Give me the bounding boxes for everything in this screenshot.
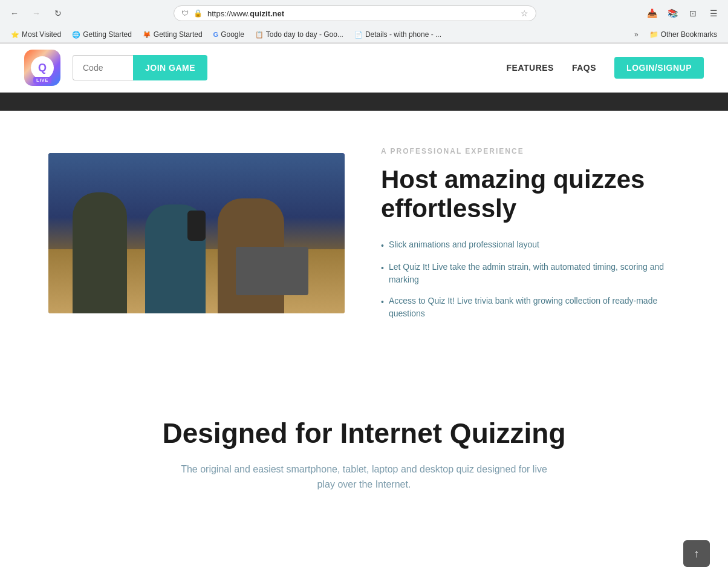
folder-icon: 📁: [649, 30, 658, 39]
logo-wrap[interactable]: Q LIVE: [24, 50, 60, 86]
phone-prop: [187, 211, 206, 241]
bookmark-getting-started-1[interactable]: 🌐 Getting Started: [67, 28, 137, 41]
hero-bullet-2: • Let Quiz It! Live take the admin strai…: [381, 261, 680, 286]
login-signup-button[interactable]: LOGIN/SIGNUP: [614, 57, 704, 79]
hero-title: Host amazing quizzes effortlessly: [381, 165, 680, 224]
logo: Q LIVE: [24, 50, 60, 86]
google-icon: G: [213, 31, 219, 38]
logo-q-text: Q: [38, 62, 47, 74]
hero-image: [48, 153, 345, 313]
bookmark-most-visited[interactable]: ⭐ Most Visited: [6, 28, 66, 41]
bookmark-label: Google: [221, 30, 244, 39]
hero-bullet-3-text: Access to Quiz It! Live trivia bank with…: [389, 295, 680, 320]
url-text: https://www.quizit.net: [207, 9, 516, 18]
reader-view-icon[interactable]: ⊡: [684, 5, 701, 22]
bullet-dot: •: [381, 262, 384, 275]
browser-toolbar: ← → ↻ 🛡 🔒 https://www.quizit.net ☆ 📥 📚 ⊡…: [0, 0, 728, 27]
bullet-dot: •: [381, 240, 384, 252]
bookmark-google[interactable]: G Google: [209, 28, 249, 41]
bookmark-details[interactable]: 📄 Details - with phone - ...: [349, 28, 446, 41]
browser-chrome: ← → ↻ 🛡 🔒 https://www.quizit.net ☆ 📥 📚 ⊡…: [0, 0, 728, 44]
hero-bullet-1: • Slick animations and professional layo…: [381, 238, 680, 252]
bookmark-getting-started-2[interactable]: 🦊 Getting Started: [138, 28, 207, 41]
pocket-icon[interactable]: 📥: [643, 5, 660, 22]
hero-subtitle: A PROFESSIONAL EXPERIENCE: [381, 147, 680, 155]
more-label: »: [634, 30, 639, 39]
join-game-button[interactable]: JOIN GAME: [133, 55, 207, 80]
bookmark-todo[interactable]: 📋 Todo day to day - Goo...: [250, 28, 348, 41]
more-bookmarks-button[interactable]: »: [629, 28, 643, 41]
hero-bullets: • Slick animations and professional layo…: [381, 238, 680, 320]
section2-description: The original and easiest smartphone, tab…: [177, 462, 551, 492]
hero-photo: [48, 153, 345, 313]
bullet-dot: •: [381, 296, 384, 309]
hero-bullet-1-text: Slick animations and professional layout: [389, 238, 539, 251]
other-bookmarks-label: Other Bookmarks: [661, 30, 717, 39]
back-button[interactable]: ←: [6, 5, 23, 22]
lock-icon: 🔒: [193, 9, 203, 18]
code-input[interactable]: [73, 55, 133, 80]
hero-bullet-3: • Access to Quiz It! Live trivia bank wi…: [381, 295, 680, 320]
bookmark-label: Todo day to day - Goo...: [266, 30, 343, 39]
website: Q LIVE JOIN GAME FEATURES FAQS LOGIN/SIG…: [0, 44, 728, 529]
section2-title: Designed for Internet Quizzing: [24, 417, 704, 449]
bookmark-label: Details - with phone - ...: [365, 30, 441, 39]
hero-section: A PROFESSIONAL EXPERIENCE Host amazing q…: [0, 111, 728, 368]
reload-button[interactable]: ↻: [50, 5, 67, 22]
firefox-icon: 🦊: [143, 31, 151, 39]
library-icon[interactable]: 📚: [664, 5, 681, 22]
bookmark-label: Most Visited: [22, 30, 61, 39]
doc-icon: 📋: [255, 31, 264, 39]
bookmark-label: Getting Started: [154, 30, 203, 39]
menu-icon[interactable]: ☰: [705, 5, 722, 22]
logo-inner: Q: [31, 56, 54, 79]
logo-live-badge: LIVE: [33, 77, 51, 83]
hero-bullet-2-text: Let Quiz It! Live take the admin strain,…: [389, 261, 680, 286]
address-bar[interactable]: 🛡 🔒 https://www.quizit.net ☆: [174, 5, 536, 21]
features-link[interactable]: FEATURES: [507, 63, 554, 73]
shield-icon: 🛡: [181, 9, 189, 18]
star-icon: ⭐: [11, 31, 19, 39]
laptop-prop: [236, 247, 308, 295]
nav-links: FEATURES FAQS LOGIN/SIGNUP: [507, 57, 704, 79]
person-silhouette-1: [73, 192, 127, 313]
site-nav: Q LIVE JOIN GAME FEATURES FAQS LOGIN/SIG…: [0, 44, 728, 93]
dark-banner: [0, 93, 728, 111]
bookmark-label: Getting Started: [83, 30, 132, 39]
nav-code-join: JOIN GAME: [73, 55, 207, 80]
drive-icon: 📄: [354, 31, 363, 39]
bookmark-star-icon[interactable]: ☆: [521, 8, 528, 18]
hero-content: A PROFESSIONAL EXPERIENCE Host amazing q…: [381, 147, 680, 320]
globe-icon: 🌐: [72, 31, 80, 39]
section2: Designed for Internet Quizzing The origi…: [0, 368, 728, 529]
browser-actions: 📥 📚 ⊡ ☰: [643, 5, 722, 22]
faqs-link[interactable]: FAQS: [572, 63, 596, 73]
other-bookmarks-folder[interactable]: 📁 Other Bookmarks: [645, 28, 722, 41]
forward-button[interactable]: →: [28, 5, 45, 22]
bookmarks-bar: ⭐ Most Visited 🌐 Getting Started 🦊 Getti…: [0, 27, 728, 43]
